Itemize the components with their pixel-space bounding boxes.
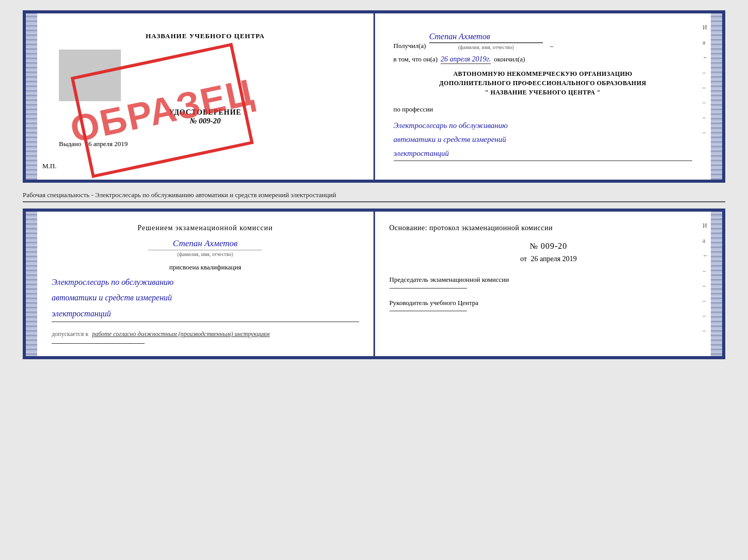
decision-person-name: Степан Ахметов	[52, 238, 359, 249]
date-prefix: от	[520, 255, 527, 263]
top-cert-left-page: НАЗВАНИЕ УЧЕБНОГО ЦЕНТРА УДОСТОВЕРЕНИЕ №…	[26, 13, 375, 180]
finished-label: окончил(а)	[494, 55, 525, 63]
bmark-dash3: –	[703, 297, 709, 305]
mark-arrow: ←	[703, 54, 709, 61]
cert-number: № 009-20	[169, 117, 241, 125]
chairman-sign-line	[389, 288, 467, 289]
bmark-a: а	[703, 237, 709, 245]
mark-i: И	[703, 24, 709, 31]
dash1: –	[550, 42, 554, 50]
qual-line3: электростанций	[52, 309, 111, 318]
received-label: Получил(а)	[394, 42, 426, 50]
bmark-i: И	[703, 222, 709, 230]
org-line3: " НАЗВАНИЕ УЧЕБНОГО ЦЕНТРА "	[394, 88, 693, 97]
org-line1: АВТОНОМНУЮ НЕКОММЕРЧЕСКУЮ ОРГАНИЗАЦИЮ	[394, 69, 693, 78]
allowed-value: работе согласно должностным (производств…	[92, 330, 270, 338]
org-line2: ДОПОЛНИТЕЛЬНОГО ПРОФЕССИОНАЛЬНОГО ОБРАЗО…	[394, 78, 693, 88]
mark-a: а	[703, 39, 709, 46]
bottom-date-value: 26 апреля 2019	[531, 255, 576, 263]
profession-line3: электростанций	[394, 149, 449, 157]
bmark-dash1: –	[703, 267, 709, 275]
qual-name: Электрослесарь по обслуживанию автоматик…	[52, 275, 359, 322]
org-block: АВТОНОМНУЮ НЕКОММЕРЧЕСКУЮ ОРГАНИЗАЦИЮ ДО…	[394, 69, 693, 97]
edu-center-title: НАЗВАНИЕ УЧЕБНОГО ЦЕНТРА	[146, 32, 265, 40]
left-inner: НАЗВАНИЕ УЧЕБНОГО ЦЕНТРА УДОСТОВЕРЕНИЕ №…	[54, 28, 357, 165]
director-block: Руководитель учебного Центра	[389, 298, 708, 312]
photo-placeholder	[59, 50, 121, 101]
mark-dash3: –	[703, 99, 709, 106]
issued-line: Выдано 26 апреля 2019	[59, 140, 128, 148]
profession-line1: Электрослесарь по обслуживанию	[394, 121, 508, 130]
mark-dash1: –	[703, 69, 709, 76]
qual-line2: автоматики и средств измерений	[52, 293, 172, 302]
allowed-line: допускается к работе согласно должностны…	[52, 330, 359, 338]
qual-line1: Электрослесарь по обслуживанию	[52, 278, 174, 286]
bottom-left-sig-line	[52, 343, 145, 344]
in-that-label: в том, что он(а)	[394, 55, 438, 63]
chairman-block: Председатель экзаменационной комиссии	[389, 275, 708, 289]
cert-type-label: УДОСТОВЕРЕНИЕ	[169, 108, 241, 117]
mark-dash5: –	[703, 129, 709, 136]
director-label: Руководитель учебного Центра	[389, 298, 708, 308]
bottom-cert-right-page: Основание: протокол экзаменационной коми…	[375, 212, 723, 356]
profession-name: Электрослесарь по обслуживанию автоматик…	[394, 119, 693, 161]
cert-type-block: УДОСТОВЕРЕНИЕ № 009-20	[169, 108, 241, 125]
in-that-line: в том, что он(а) 26 апреля 2019г. окончи…	[394, 55, 693, 64]
specialty-label: Рабочая специальность - Электрослесарь п…	[23, 189, 725, 202]
bmark-dash5: –	[703, 327, 709, 334]
bottom-left-inner: Решением экзаменационной комиссии Степан…	[52, 224, 359, 344]
protocol-date: от 26 апреля 2019	[389, 255, 708, 263]
basis-label: Основание: протокол экзаменационной коми…	[389, 224, 708, 232]
top-cert-right-page: Получил(а) Степан Ахметов (фамилия, имя,…	[375, 13, 723, 180]
right-side-marks: И а ← – – – – –	[703, 24, 709, 136]
mark-dash4: –	[703, 114, 709, 121]
assigned-label: присвоена квалификация	[52, 263, 359, 271]
bottom-certificate-spread: Решением экзаменационной комиссии Степан…	[23, 209, 725, 359]
received-line: Получил(а) Степан Ахметов (фамилия, имя,…	[394, 32, 693, 50]
director-sign-line	[389, 311, 467, 311]
profession-line2: автоматики и средств измерений	[394, 135, 506, 143]
decision-label: Решением экзаменационной комиссии	[52, 224, 359, 232]
bmark-arrow: ←	[703, 252, 709, 260]
date-value: 26 апреля 2019г.	[441, 55, 491, 64]
bmark-dash4: –	[703, 312, 709, 319]
received-subtitle: (фамилия, имя, отчество)	[429, 43, 543, 50]
received-name: Степан Ахметов	[429, 32, 543, 43]
issued-date: 26 апреля 2019	[85, 140, 128, 148]
chairman-label: Председатель экзаменационной комиссии	[389, 275, 708, 285]
by-profession-label: по профессии	[394, 105, 693, 114]
allowed-label: допускается к	[52, 330, 88, 338]
protocol-number: № 009-20	[389, 242, 708, 251]
mark-dash2: –	[703, 84, 709, 91]
top-certificate-spread: НАЗВАНИЕ УЧЕБНОГО ЦЕНТРА УДОСТОВЕРЕНИЕ №…	[23, 10, 725, 183]
bmark-dash2: –	[703, 282, 709, 290]
bottom-cert-left-page: Решением экзаменационной комиссии Степан…	[26, 212, 375, 356]
right-inner: Получил(а) Степан Ахметов (фамилия, имя,…	[392, 28, 695, 165]
issued-label: Выдано	[59, 140, 81, 148]
fio-subtitle: (фамилия, имя, отчество)	[148, 250, 262, 257]
mp-label: М.П.	[42, 162, 56, 170]
right-marks-bottom: И а ← – – – – –	[703, 222, 709, 334]
